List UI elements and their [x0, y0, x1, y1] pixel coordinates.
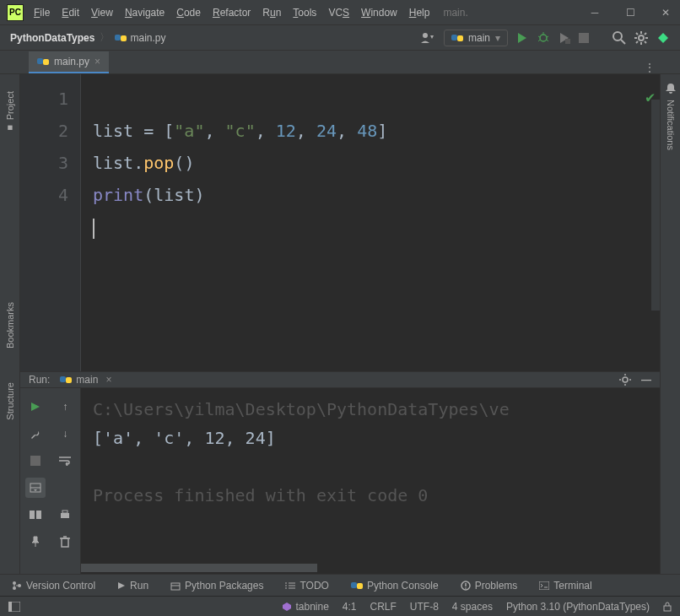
trash-icon[interactable] — [55, 532, 75, 552]
svg-line-25 — [636, 41, 638, 43]
debug-button[interactable] — [537, 32, 550, 44]
console-output[interactable]: C:\Users\yilma\Desktop\PythonDataTypes\v… — [81, 388, 660, 574]
run-button[interactable] — [516, 32, 528, 44]
file-encoding[interactable]: UTF-8 — [410, 601, 439, 613]
minimize-button[interactable]: ─ — [587, 7, 602, 19]
menu-edit[interactable]: Edit — [62, 7, 79, 19]
interpreter-widget[interactable]: Python 3.10 (PythonDataTypes) — [506, 601, 650, 613]
menu-help[interactable]: Help — [409, 7, 430, 19]
svg-rect-15 — [579, 33, 589, 43]
rerun-button[interactable] — [25, 397, 46, 417]
run-tab-main[interactable]: main × — [60, 374, 111, 386]
structure-tool-button[interactable]: Structure — [5, 382, 15, 420]
codewithme-icon[interactable] — [656, 31, 670, 45]
split-icon[interactable] — [25, 505, 46, 525]
wrench-icon[interactable] — [25, 424, 46, 444]
pin-icon[interactable] — [25, 532, 46, 552]
editor-tabs-bar: main.py × ⋮ — [0, 51, 680, 74]
svg-rect-0 — [115, 35, 121, 41]
close-button[interactable]: ✕ — [658, 7, 673, 19]
svg-point-49 — [13, 581, 16, 585]
notifications-bell-icon[interactable] — [665, 83, 677, 95]
svg-line-26 — [645, 33, 646, 35]
line-separator[interactable]: CRLF — [370, 601, 397, 613]
notifications-tool-button[interactable]: Notifications — [666, 100, 676, 150]
svg-rect-38 — [30, 456, 40, 466]
svg-rect-28 — [37, 58, 43, 64]
svg-line-17 — [621, 40, 625, 44]
tw-todo[interactable]: TODO — [285, 580, 328, 592]
run-settings-icon[interactable] — [619, 374, 631, 386]
tw-python-console[interactable]: Python Console — [351, 580, 439, 592]
toolwindow-toggle-icon[interactable] — [8, 602, 20, 612]
svg-rect-66 — [539, 581, 549, 590]
bookmarks-tool-button[interactable]: Bookmarks — [5, 302, 15, 349]
menu-view[interactable]: View — [91, 7, 113, 19]
scroll-to-end-icon[interactable] — [55, 478, 75, 498]
code-editor[interactable]: 1 2 3 4 list = ["a", "c", 12, 24, 48] li… — [20, 74, 660, 371]
close-tab-icon[interactable]: × — [94, 56, 100, 68]
tab-options-icon[interactable]: ⋮ — [645, 62, 655, 73]
down-stack-icon[interactable]: ↓ — [55, 424, 75, 444]
menu-code[interactable]: Code — [176, 7, 201, 19]
tw-run[interactable]: Run — [117, 580, 148, 592]
maximize-button[interactable]: ☐ — [623, 7, 638, 19]
soft-wrap-icon[interactable] — [55, 451, 75, 471]
run-tool-window: Run: main × — ↑ ↓ — [20, 371, 660, 574]
menu-tools[interactable]: Tools — [293, 7, 316, 19]
caret — [93, 219, 94, 239]
menu-navigate[interactable]: Navigate — [125, 7, 165, 19]
close-run-tab-icon[interactable]: × — [105, 374, 111, 386]
status-bar: tabnine 4:1 CRLF UTF-8 4 spaces Python 3… — [0, 596, 680, 616]
stop-button-panel[interactable] — [25, 451, 46, 471]
svg-rect-5 — [457, 35, 463, 41]
menu-run[interactable]: Run — [262, 7, 281, 19]
menu-window[interactable]: Window — [361, 7, 397, 19]
python-icon — [451, 32, 463, 44]
svg-rect-29 — [43, 59, 49, 65]
scrollbar[interactable] — [651, 100, 660, 311]
breadcrumb-project[interactable]: PythonDataTypes — [10, 32, 94, 44]
tw-problems[interactable]: Problems — [461, 580, 518, 592]
code-content[interactable]: list = ["a", "c", 12, 24, 48] list.pop()… — [81, 74, 660, 371]
run-configuration-selector[interactable]: main ▾ — [444, 30, 508, 46]
lock-icon[interactable] — [663, 602, 672, 612]
svg-marker-37 — [31, 403, 40, 411]
editor-tab-main[interactable]: main.py × — [29, 51, 109, 73]
breadcrumb-file[interactable]: main.py — [115, 32, 165, 44]
app-logo: PC — [7, 4, 24, 21]
search-icon[interactable] — [613, 31, 626, 45]
menu-refactor[interactable]: Refactor — [213, 7, 251, 19]
print-icon[interactable] — [55, 505, 75, 525]
tabnine-widget[interactable]: tabnine — [282, 601, 328, 613]
indent-widget[interactable]: 4 spaces — [452, 601, 493, 613]
add-user-icon[interactable]: ▾ — [420, 32, 435, 44]
menu-vcs[interactable]: VCS — [328, 7, 349, 19]
tw-packages[interactable]: Python Packages — [170, 580, 263, 592]
menu-file[interactable]: File — [34, 7, 50, 19]
coverage-button[interactable] — [559, 32, 570, 44]
svg-rect-68 — [8, 602, 12, 612]
stop-button[interactable] — [579, 33, 589, 43]
svg-rect-1 — [121, 35, 127, 41]
right-tool-strip: Notifications — [660, 74, 680, 574]
settings-icon[interactable] — [634, 31, 648, 45]
hide-run-icon[interactable]: — — [641, 374, 651, 386]
svg-point-18 — [639, 35, 644, 41]
svg-point-50 — [13, 586, 16, 590]
bottom-tool-bar: Version Control Run Python Packages TODO… — [0, 574, 680, 596]
layout-icon[interactable] — [25, 478, 46, 498]
svg-text:▾: ▾ — [430, 33, 434, 41]
svg-line-24 — [645, 41, 646, 43]
editor-tab-label: main.py — [54, 56, 89, 68]
tw-terminal[interactable]: Terminal — [539, 580, 591, 592]
project-tool-button[interactable]: ■Project — [5, 91, 15, 133]
title-filename: main. — [443, 7, 467, 19]
up-stack-icon[interactable]: ↑ — [55, 397, 75, 417]
gutter: 1 2 3 4 — [20, 74, 81, 371]
cursor-position[interactable]: 4:1 — [343, 601, 357, 613]
console-stdout: ['a', 'c', 12, 24] — [93, 428, 276, 448]
tw-vcs[interactable]: Version Control — [12, 580, 95, 592]
svg-line-12 — [547, 40, 548, 41]
horizontal-scrollbar[interactable] — [81, 564, 317, 572]
